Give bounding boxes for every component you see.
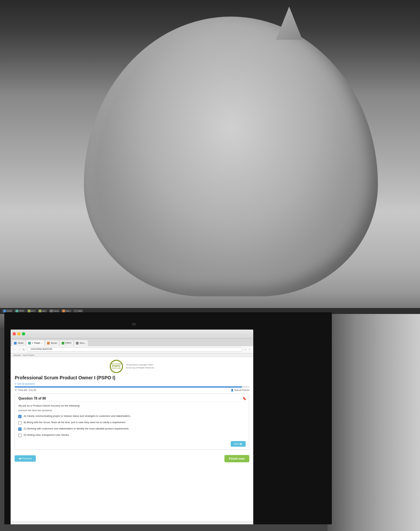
- copyright-text: All Questions Copyright ©2021 Scrum.org.…: [126, 363, 154, 369]
- tab-pspo[interactable]: PSPO: [60, 340, 73, 346]
- checkbox-c[interactable]: [18, 427, 22, 431]
- tab-favicon-scru2: [76, 342, 79, 344]
- tab-favicon-scrum: [47, 342, 50, 344]
- taskbar-label-how: How r: [66, 310, 70, 312]
- url-text: .com/online-test/#103: [30, 348, 52, 350]
- pspo-logo-ring: [110, 360, 123, 373]
- answer-option-b[interactable]: B) Being with the Scrum Team all the tim…: [18, 421, 245, 424]
- checkbox-b[interactable]: [18, 421, 22, 424]
- taskbar-icon-kdae: [3, 310, 6, 312]
- webcam: [132, 323, 136, 326]
- browser-window: Finish ✓ Finish × Scrum PSPO Scru.: [11, 330, 253, 524]
- screen-bezel: Finish ✓ Finish × Scrum PSPO Scru.: [4, 312, 332, 524]
- tab-scrum[interactable]: Scrum: [45, 340, 59, 346]
- answer-text-d: D) Writing clear, transparent User Stori…: [24, 433, 70, 437]
- webpage-content: PROFESSIONAL PSPO PRODUCT OWNER All Ques…: [11, 357, 253, 521]
- checkbox-a[interactable]: [18, 415, 22, 418]
- taskbar-icon-tues: [50, 310, 53, 312]
- tab-finish-1[interactable]: Finish: [12, 340, 25, 346]
- tab-favicon-finish1: [14, 342, 17, 344]
- instruction-text: (choose the best two answers): [18, 409, 245, 412]
- taskbar-icon-309: [74, 310, 77, 312]
- clock-icon: ⏱: [15, 389, 17, 391]
- taskbar-label-qt: qt-H: [31, 310, 34, 312]
- username-text: Marcel Petrick: [234, 389, 249, 391]
- copyright-line1: All Questions Copyright ©2021: [126, 364, 153, 366]
- username-area: 👤 Marcel Petrick: [231, 389, 249, 392]
- tab-close-icon[interactable]: ×: [41, 342, 43, 344]
- list-icon: ≡: [15, 382, 16, 385]
- answer-text-c: C) Working with customers and stakeholde…: [24, 427, 129, 431]
- finish-now-button[interactable]: Finish now: [224, 455, 249, 462]
- tab-bar: Finish ✓ Finish × Scrum PSPO Scru.: [11, 339, 253, 346]
- progress-area: ≡ See all questions: [15, 382, 249, 388]
- tab-favicon-finish-active: [28, 342, 31, 344]
- see-all-label: See all questions: [17, 383, 35, 385]
- question-card: 🔖 Question 78 of 80 My job as a Product …: [15, 394, 249, 450]
- back-icon[interactable]: ←: [13, 348, 16, 351]
- tab-label-scru2: Scru...: [80, 342, 86, 344]
- taskbar-label-309: (309): [78, 310, 82, 312]
- answer-option-d[interactable]: D) Writing clear, transparent User Stori…: [18, 433, 245, 437]
- previous-button[interactable]: ◀ Previous: [15, 455, 35, 462]
- tab-favicon-pspo: [62, 342, 64, 344]
- close-button[interactable]: [13, 332, 16, 336]
- next-button-area: Next ▶: [18, 440, 245, 447]
- checkbox-d[interactable]: [18, 434, 22, 437]
- pspo-logo-area: PROFESSIONAL PSPO PRODUCT OWNER All Ques…: [15, 360, 249, 373]
- time-left-area: ⏱ Time left: 0:01:50: [15, 389, 36, 391]
- next-button[interactable]: Next ▶: [231, 441, 246, 447]
- maximize-button[interactable]: [22, 332, 25, 336]
- answer-option-c[interactable]: C) Working with customers and stakeholde…: [18, 427, 245, 431]
- tab-label-finish-active: ✓ Finish: [32, 342, 40, 344]
- menu-icon[interactable]: ⋯: [248, 348, 251, 351]
- question-header: Question 78 of 80: [18, 397, 245, 402]
- quiz-title: Professional Scrum Product Owner I (PSPO…: [15, 375, 249, 380]
- tab-label-pspo2: PSPO: [65, 342, 71, 344]
- taskbar-icon-qml: [39, 310, 41, 312]
- breadcrumb-text: releases - Yocto Project: [13, 354, 34, 356]
- pspo-logo: PROFESSIONAL PSPO PRODUCT OWNER: [110, 360, 123, 373]
- taskbar-icon-how: [62, 310, 65, 312]
- cat-body: [84, 17, 378, 296]
- progress-bar-background: [15, 386, 249, 388]
- user-icon: 👤: [231, 389, 234, 391]
- taskbar-label-tues: Tuesd: [53, 310, 58, 312]
- refresh-icon[interactable]: ↻: [23, 348, 25, 351]
- bookmark-icon[interactable]: 🔖: [242, 397, 246, 400]
- tab-label-scrum: Scrum: [51, 342, 57, 344]
- url-bar[interactable]: .com/online-test/#103: [27, 347, 242, 352]
- forward-icon[interactable]: →: [18, 348, 21, 351]
- taskbar-label-pspo: PSPO: [19, 310, 24, 312]
- tab-finish-active[interactable]: ✓ Finish ×: [26, 340, 45, 346]
- laptop-area: KDAE PSPO qt-H qml-t Tuesd How r (309): [0, 308, 420, 531]
- answer-option-a[interactable]: A) Clearly communicating project or rele…: [18, 415, 245, 418]
- breadcrumb-bar: releases - Yocto Project: [11, 353, 253, 357]
- question-text: My job as a Product Owner focuses on the…: [18, 404, 245, 408]
- tab-label-finish1: Finish: [18, 342, 23, 344]
- answer-text-b: B) Being with the Scrum Team all the tim…: [24, 421, 126, 424]
- minimize-button[interactable]: [17, 332, 21, 336]
- answer-text-a: A) Clearly communicating project or rele…: [24, 415, 131, 418]
- see-all-questions-link[interactable]: ≡ See all questions: [15, 382, 249, 385]
- browser-chrome: [11, 330, 253, 339]
- cat-ear: [276, 7, 302, 40]
- progress-bar-fill: [15, 386, 242, 388]
- cat-photo: [0, 0, 420, 329]
- taskbar-icon-pspo: [16, 310, 18, 312]
- time-left-label: Time left:: [18, 389, 28, 391]
- taskbar-label-kdae: KDAE: [7, 310, 12, 312]
- bookmark-star-icon[interactable]: ☆: [244, 348, 246, 351]
- time-left-value: 0:01:50: [29, 389, 36, 391]
- taskbar-icon-qt: [28, 310, 30, 312]
- address-bar: ← → ↻ .com/online-test/#103 ☆ ⋯: [11, 346, 253, 353]
- meta-row: ⏱ Time left: 0:01:50 👤 Marcel Petrick: [15, 389, 249, 392]
- bottom-navigation: ◀ Previous Finish now: [15, 453, 249, 462]
- taskbar-label-qml: qml-t: [42, 310, 46, 312]
- copyright-line2: Scrum.org. All Rights Reserved.: [126, 367, 154, 369]
- tab-scru2[interactable]: Scru...: [74, 340, 88, 346]
